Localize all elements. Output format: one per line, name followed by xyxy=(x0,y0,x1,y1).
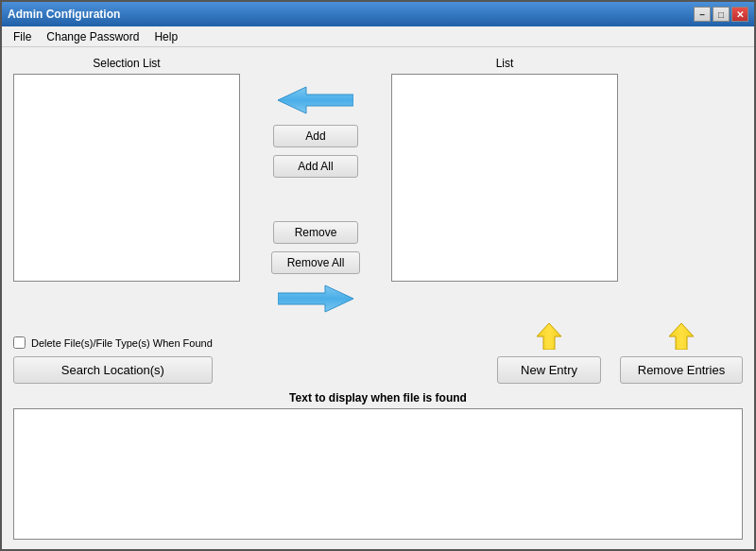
svg-marker-1 xyxy=(278,285,353,312)
left-action-area: Delete File(s)/File Type(s) When Found S… xyxy=(13,333,213,384)
remove-button[interactable]: Remove xyxy=(273,221,358,244)
maximize-button[interactable]: □ xyxy=(713,7,730,22)
add-button[interactable]: Add xyxy=(273,125,358,147)
right-arrow-indicator xyxy=(278,282,353,316)
left-arrow-indicator xyxy=(278,83,353,117)
main-window: Admin Configuration – □ ✕ File Change Pa… xyxy=(0,0,756,551)
delete-files-checkbox[interactable] xyxy=(13,336,26,349)
selection-list-box[interactable] xyxy=(13,74,240,282)
minimize-button[interactable]: – xyxy=(694,7,711,22)
delete-files-label: Delete File(s)/File Type(s) When Found xyxy=(31,337,213,349)
svg-marker-0 xyxy=(278,87,353,113)
action-section: Delete File(s)/File Type(s) When Found S… xyxy=(13,323,743,384)
text-display-section: Text to display when file is found xyxy=(13,391,743,540)
window-controls: – □ ✕ xyxy=(694,7,748,22)
remove-entries-yellow-arrow xyxy=(667,323,696,353)
right-action-area: New Entry xyxy=(497,323,743,384)
search-locations-button[interactable]: Search Location(s) xyxy=(13,356,213,384)
list-box[interactable] xyxy=(391,74,618,282)
svg-marker-3 xyxy=(669,323,694,350)
main-content: Selection List xyxy=(2,47,754,549)
new-entry-yellow-arrow xyxy=(535,323,563,353)
list-label: List xyxy=(391,57,618,70)
remove-entries-button[interactable]: Remove Entries xyxy=(620,356,743,384)
lists-section: Selection List xyxy=(13,57,743,316)
close-button[interactable]: ✕ xyxy=(731,7,748,22)
new-entry-button[interactable]: New Entry xyxy=(497,356,601,384)
menu-help[interactable]: Help xyxy=(146,28,185,45)
selection-list-panel: Selection List xyxy=(13,57,240,282)
text-display-label: Text to display when file is found xyxy=(13,391,743,405)
remove-entries-group: Remove Entries xyxy=(620,323,743,384)
delete-checkbox-row: Delete File(s)/File Type(s) When Found xyxy=(13,336,213,349)
add-all-button[interactable]: Add All xyxy=(273,155,358,178)
remove-all-button[interactable]: Remove All xyxy=(271,251,361,274)
svg-marker-2 xyxy=(537,323,561,350)
window-title: Admin Configuration xyxy=(8,8,120,21)
text-display-box[interactable] xyxy=(13,408,743,540)
new-entry-group: New Entry xyxy=(497,323,601,384)
selection-list-label: Selection List xyxy=(93,57,160,70)
menu-bar: File Change Password Help xyxy=(2,26,754,47)
middle-controls: Add Add All Remove Remove All xyxy=(240,57,391,316)
right-list-area: List xyxy=(391,57,618,282)
title-bar: Admin Configuration – □ ✕ xyxy=(2,2,754,26)
menu-change-password[interactable]: Change Password xyxy=(39,28,146,45)
menu-file[interactable]: File xyxy=(6,28,39,45)
